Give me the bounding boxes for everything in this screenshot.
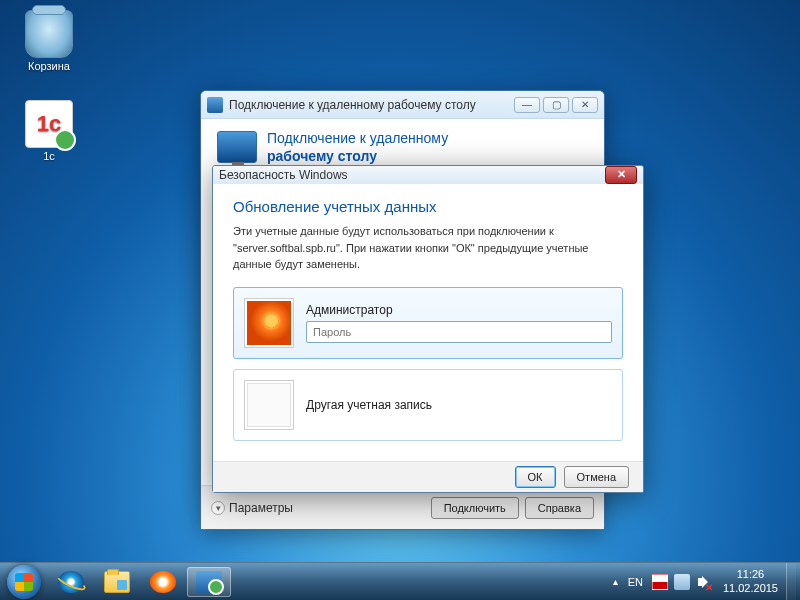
credential-tile-selected[interactable]: Администратор (233, 287, 623, 359)
desktop-icon-label: 1c (14, 150, 84, 162)
clock-date: 11.02.2015 (723, 582, 778, 595)
maximize-button[interactable]: ▢ (543, 97, 569, 113)
connect-button[interactable]: Подключить (431, 497, 519, 519)
blank-avatar (244, 380, 294, 430)
account-name: Администратор (306, 303, 612, 317)
action-center-icon[interactable] (652, 574, 668, 590)
chevron-down-icon: ▾ (211, 501, 225, 515)
desktop[interactable]: Корзина 1c 1c Подключение к удаленному р… (0, 0, 800, 600)
sound-muted-icon[interactable]: ✕ (696, 574, 712, 590)
other-account-label: Другая учетная запись (306, 398, 432, 412)
security-dialog: Безопасность Windows ✕ Обновление учетны… (212, 165, 644, 493)
blank-user-icon (247, 383, 291, 427)
rdc-titlebar[interactable]: Подключение к удаленному рабочему столу … (201, 91, 604, 119)
recycle-bin-icon (25, 10, 73, 58)
desktop-icon-recycle-bin[interactable]: Корзина (14, 10, 84, 72)
taskbar-pin-media-player[interactable] (141, 567, 185, 597)
taskbar-pin-explorer[interactable] (95, 567, 139, 597)
internet-explorer-icon (58, 571, 84, 593)
minimize-button[interactable]: — (514, 97, 540, 113)
rdc-app-icon (207, 97, 223, 113)
ok-button[interactable]: ОК (515, 466, 556, 488)
flower-icon (247, 301, 291, 345)
rdc-banner-line2: рабочему столу (267, 147, 448, 165)
desktop-icon-onec[interactable]: 1c 1c (14, 100, 84, 162)
windows-logo-icon (7, 565, 41, 599)
file-explorer-icon (104, 571, 130, 593)
options-label: Параметры (229, 501, 293, 515)
start-button[interactable] (0, 563, 48, 601)
show-desktop-button[interactable] (786, 563, 796, 601)
security-body-text: Эти учетные данные будут использоваться … (233, 223, 623, 273)
credential-tile-other[interactable]: Другая учетная запись (233, 369, 623, 441)
security-title-text: Безопасность Windows (219, 168, 605, 182)
taskbar-app-rdc[interactable] (187, 567, 231, 597)
clock-time: 11:26 (723, 568, 778, 581)
monitor-icon (217, 131, 257, 163)
network-icon[interactable] (674, 574, 690, 590)
desktop-icon-label: Корзина (14, 60, 84, 72)
media-player-icon (150, 571, 176, 593)
security-titlebar[interactable]: Безопасность Windows ✕ (213, 166, 643, 184)
language-indicator[interactable]: EN (622, 576, 649, 588)
taskbar-pin-ie[interactable] (49, 567, 93, 597)
security-heading: Обновление учетных данных (233, 198, 623, 215)
rdc-title-text: Подключение к удаленному рабочему столу (229, 98, 514, 112)
clock[interactable]: 11:26 11.02.2015 (715, 568, 786, 594)
user-avatar (244, 298, 294, 348)
onec-icon: 1c (25, 100, 73, 148)
password-input[interactable] (306, 321, 612, 343)
cancel-button[interactable]: Отмена (564, 466, 629, 488)
close-button[interactable]: ✕ (572, 97, 598, 113)
rdc-icon (196, 571, 222, 593)
system-tray: ▴ EN ✕ 11:26 11.02.2015 (609, 563, 796, 600)
help-button[interactable]: Справка (525, 497, 594, 519)
close-button[interactable]: ✕ (605, 166, 637, 184)
tray-overflow-button[interactable]: ▴ (609, 576, 622, 587)
taskbar: ▴ EN ✕ 11:26 11.02.2015 (0, 562, 800, 600)
options-expander[interactable]: ▾ Параметры (211, 501, 293, 515)
rdc-banner-line1: Подключение к удаленному (267, 129, 448, 147)
security-footer: ОК Отмена (213, 461, 643, 493)
